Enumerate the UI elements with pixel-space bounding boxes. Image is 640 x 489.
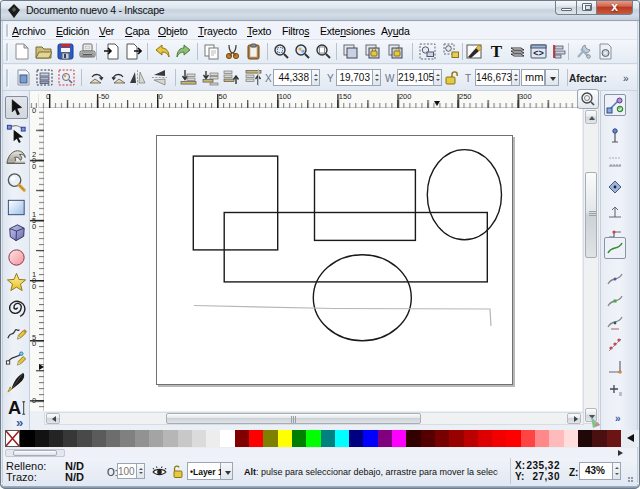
svg-text:200: 200: [399, 92, 412, 101]
svg-text:150: 150: [339, 92, 352, 101]
svg-text:-50: -50: [98, 92, 109, 101]
svg-text:0: 0: [32, 396, 36, 405]
svg-text:<>: <>: [533, 48, 544, 58]
svg-text:0: 0: [159, 92, 163, 101]
svg-text:50: 50: [219, 92, 227, 101]
svg-text:0: 0: [32, 162, 36, 171]
svg-text:250: 250: [459, 92, 472, 101]
svg-text:300: 300: [519, 92, 532, 101]
svg-text:100: 100: [279, 92, 292, 101]
svg-text:0: 0: [32, 108, 36, 115]
svg-text:0: 0: [32, 282, 36, 291]
svg-text:0: 0: [46, 92, 50, 101]
svg-text:T: T: [491, 43, 503, 60]
svg-text:0: 0: [32, 222, 36, 231]
svg-text:0: 0: [32, 339, 36, 348]
